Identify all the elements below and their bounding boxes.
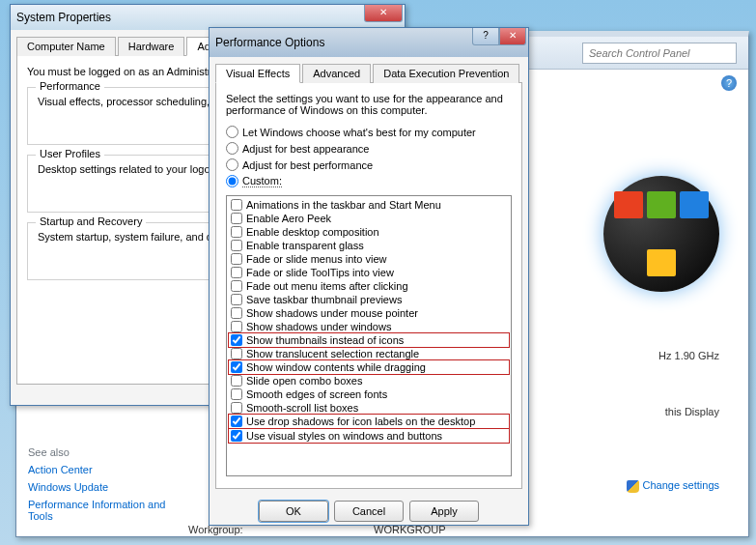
tab-computer-name[interactable]: Computer Name [16, 37, 116, 56]
help-button[interactable]: ? [472, 28, 499, 45]
description: Select the settings you want to use for … [226, 93, 512, 116]
effect-checkbox[interactable] [231, 402, 242, 414]
ok-button[interactable]: OK [259, 501, 328, 522]
close-button[interactable]: ✕ [364, 5, 403, 22]
sidebar-link-windows-update[interactable]: Windows Update [28, 481, 169, 493]
effect-item[interactable]: Slide open combo boxes [229, 374, 509, 387]
sidebar-link-perf-info-tools[interactable]: Performance Information and Tools [28, 499, 169, 522]
change-settings-label: Change settings [643, 479, 720, 491]
effect-checkbox[interactable] [231, 240, 242, 251]
effect-item[interactable]: Smooth-scroll list boxes [229, 401, 509, 415]
effect-label: Fade or slide menus into view [246, 253, 387, 265]
window-title: Performance Options [215, 36, 324, 49]
radio-custom[interactable]: Custom: [226, 175, 512, 187]
effect-item[interactable]: Use drop shadows for icon labels on the … [228, 414, 510, 429]
effect-item[interactable]: Show shadows under windows [229, 320, 509, 333]
group-title: Startup and Recovery [36, 215, 146, 227]
shield-icon [627, 480, 639, 493]
tabstrip: Visual Effects Advanced Data Execution P… [215, 63, 522, 83]
sidebar-link-action-center[interactable]: Action Center [28, 464, 169, 475]
effect-label: Enable desktop composition [246, 226, 379, 238]
effect-checkbox[interactable] [231, 388, 242, 400]
tab-hardware[interactable]: Hardware [118, 37, 185, 56]
effect-checkbox[interactable] [231, 334, 242, 346]
effect-checkbox[interactable] [231, 253, 242, 265]
radio-label: Let Windows choose what's best for my co… [242, 127, 476, 138]
effect-label: Use drop shadows for icon labels on the … [246, 416, 475, 427]
effect-checkbox[interactable] [231, 213, 242, 224]
search-input[interactable] [582, 43, 737, 64]
effect-item[interactable]: Show thumbnails instead of icons [228, 332, 510, 348]
effect-checkbox[interactable] [231, 267, 242, 278]
performance-options-window: Performance Options ? ✕ Visual Effects A… [209, 27, 529, 526]
titlebar[interactable]: Performance Options ? ✕ [210, 28, 528, 57]
effect-label: Slide open combo boxes [246, 375, 362, 387]
change-settings-link[interactable]: Change settings [627, 479, 720, 493]
effect-label: Show thumbnails instead of icons [246, 334, 404, 346]
effect-label: Use visual styles on windows and buttons [246, 430, 442, 442]
effect-checkbox[interactable] [231, 199, 242, 211]
window-title: System Properties [16, 11, 111, 24]
effect-label: Smooth edges of screen fonts [246, 388, 387, 400]
effect-checkbox[interactable] [231, 321, 242, 332]
group-title: User Profiles [36, 148, 104, 159]
effect-label: Show translucent selection rectangle [246, 348, 419, 359]
effect-label: Fade or slide ToolTips into view [246, 267, 394, 278]
help-icon[interactable]: ? [721, 75, 737, 91]
dialog-buttons: OK Cancel Apply [210, 495, 528, 528]
see-also-heading: See also [28, 446, 169, 458]
effect-label: Enable Aero Peek [246, 213, 331, 224]
radio-label: Custom: [242, 175, 282, 187]
radio-label: Adjust for best appearance [242, 143, 369, 155]
radio-label: Adjust for best performance [242, 159, 373, 171]
effects-listbox[interactable]: Animations in the taskbar and Start Menu… [226, 195, 512, 476]
cpu-info: Hz 1.90 GHz [658, 350, 719, 361]
group-title: Performance [36, 80, 104, 92]
effect-label: Show shadows under windows [246, 321, 391, 332]
radio-best-appearance[interactable]: Adjust for best appearance [226, 142, 512, 155]
effect-item[interactable]: Enable Aero Peek [229, 212, 509, 225]
effect-checkbox[interactable] [231, 307, 242, 319]
effect-checkbox[interactable] [231, 348, 242, 359]
radio-let-windows[interactable]: Let Windows choose what's best for my co… [226, 126, 512, 138]
effect-checkbox[interactable] [231, 361, 242, 373]
effect-checkbox[interactable] [231, 416, 242, 427]
display-info: this Display [665, 406, 719, 417]
windows-logo-icon [603, 176, 719, 292]
effect-label: Animations in the taskbar and Start Menu [246, 199, 441, 211]
effect-item[interactable]: Enable desktop composition [229, 225, 509, 239]
effect-checkbox[interactable] [231, 430, 242, 442]
effect-item[interactable]: Show shadows under mouse pointer [229, 306, 509, 320]
effect-label: Save taskbar thumbnail previews [246, 294, 402, 305]
close-button[interactable]: ✕ [499, 28, 526, 45]
tabpage-visual-effects: Select the settings you want to use for … [215, 83, 522, 489]
effect-label: Show shadows under mouse pointer [246, 307, 418, 319]
effect-item[interactable]: Fade or slide ToolTips into view [229, 266, 509, 279]
tab-advanced[interactable]: Advanced [302, 64, 371, 83]
effect-checkbox[interactable] [231, 226, 242, 238]
effect-label: Smooth-scroll list boxes [246, 402, 358, 414]
effect-item[interactable]: Smooth edges of screen fonts [229, 387, 509, 401]
cancel-button[interactable]: Cancel [334, 501, 404, 522]
tab-dep[interactable]: Data Execution Prevention [373, 64, 519, 83]
effect-item[interactable]: Use visual styles on windows and buttons [228, 428, 510, 444]
effect-checkbox[interactable] [231, 280, 242, 292]
radio-best-performance[interactable]: Adjust for best performance [226, 158, 512, 171]
effect-item[interactable]: Enable transparent glass [229, 239, 509, 252]
effect-item[interactable]: Fade out menu items after clicking [229, 279, 509, 293]
effect-item[interactable]: Show translucent selection rectangle [229, 347, 509, 360]
effect-item[interactable]: Fade or slide menus into view [229, 252, 509, 266]
effect-item[interactable]: Show window contents while dragging [228, 359, 510, 375]
effect-label: Show window contents while dragging [246, 361, 426, 373]
effect-label: Enable transparent glass [246, 240, 364, 251]
effect-label: Fade out menu items after clicking [246, 280, 408, 292]
effect-checkbox[interactable] [231, 294, 242, 305]
effect-item[interactable]: Animations in the taskbar and Start Menu [229, 198, 509, 212]
apply-button[interactable]: Apply [409, 501, 479, 522]
effect-item[interactable]: Save taskbar thumbnail previews [229, 293, 509, 306]
tab-visual-effects[interactable]: Visual Effects [215, 64, 300, 83]
effect-checkbox[interactable] [231, 375, 242, 387]
